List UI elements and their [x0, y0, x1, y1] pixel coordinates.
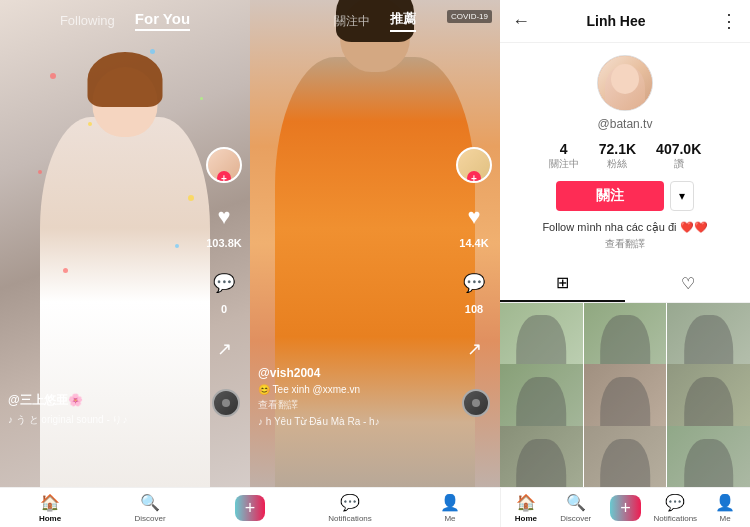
nav-add-left[interactable]: + — [200, 495, 300, 521]
middle-translate[interactable]: 查看翻譯 — [258, 398, 450, 412]
back-button[interactable]: ← — [512, 11, 530, 32]
right-bottom-nav: 🏠 Home 🔍 Discover + 💬 Notifications 👤 Me — [500, 488, 750, 527]
nav-home-left[interactable]: 🏠 Home — [0, 493, 100, 523]
nav-discover-right[interactable]: 🔍 Discover — [551, 493, 601, 523]
comment-icon: 💬 — [206, 265, 242, 301]
left-bottom-info: @三上悠亜🌸 ♪ う と original sound - り♪ — [8, 392, 200, 427]
add-button-left[interactable]: + — [235, 495, 266, 521]
following-tab[interactable]: Following — [60, 13, 115, 28]
left-bottom-nav: 🏠 Home 🔍 Discover + 💬 Notifications 👤 Me — [0, 488, 500, 527]
grid-icon: ⊞ — [556, 273, 569, 292]
middle-comment-count: 108 — [465, 303, 483, 315]
stat-following: 4 關注中 — [549, 141, 579, 171]
nav-add-right[interactable]: + — [601, 495, 651, 521]
like-count: 103.8K — [206, 237, 241, 249]
tab2[interactable]: 推薦 — [390, 10, 416, 32]
profile-bio: Follow mình nha các cậu đi ❤️❤️ 查看翻譯 — [530, 219, 719, 251]
cook-silhouette-8 — [600, 439, 650, 487]
share-action[interactable]: ↗ — [206, 331, 242, 367]
stat-likes: 407.0K 讚 — [656, 141, 701, 171]
follow-btn-row: 關注 ▾ — [556, 181, 694, 211]
bio-translate[interactable]: 查看翻譯 — [542, 236, 707, 251]
profile-handle: @batan.tv — [598, 117, 653, 131]
covid-badge: COVID-19 — [447, 10, 492, 23]
middle-music: ♪ h Yêu Từ Đầu Mà Ra - h♪ — [258, 416, 450, 427]
discover-label-left: Discover — [134, 514, 165, 523]
middle-music-disc — [462, 389, 490, 417]
nav-home-right[interactable]: 🏠 Home — [501, 493, 551, 523]
home-icon-left: 🏠 — [40, 493, 60, 512]
me-icon-left: 👤 — [440, 493, 460, 512]
middle-like[interactable]: ♥ 14.4K — [456, 199, 492, 249]
nav-me-left[interactable]: 👤 Me — [400, 493, 500, 523]
foryou-tab[interactable]: For You — [135, 10, 190, 31]
video-username: @三上悠亜🌸 — [8, 392, 200, 409]
left-top-nav: Following For You — [0, 0, 250, 41]
video-thumb-7[interactable]: 5.3K — [500, 426, 583, 487]
comment-action[interactable]: 💬 0 — [206, 265, 242, 315]
following-label: 關注中 — [549, 157, 579, 171]
heart-tab-icon: ♡ — [681, 274, 695, 293]
add-button-right[interactable]: + — [610, 495, 641, 521]
middle-share[interactable]: ↗ — [456, 331, 492, 367]
bio-text: Follow mình nha các cậu đi ❤️❤️ — [542, 219, 707, 236]
notifications-label-right: Notifications — [654, 514, 698, 523]
main-content: Following For You ♥ 103.8K 💬 0 ↗ — [0, 0, 750, 487]
nav-discover-left[interactable]: 🔍 Discover — [100, 493, 200, 523]
me-label-right: Me — [720, 514, 731, 523]
discover-icon-right: 🔍 — [566, 493, 586, 512]
follow-button[interactable]: 關注 — [556, 181, 664, 211]
followers-count: 72.1K — [599, 141, 636, 157]
share-icon: ↗ — [206, 331, 242, 367]
music-info: ♪ う と original sound - り♪ — [8, 413, 200, 427]
notifications-icon-right: 💬 — [665, 493, 685, 512]
comment-count: 0 — [221, 303, 227, 315]
liked-tab[interactable]: ♡ — [625, 265, 750, 302]
me-icon-right: 👤 — [715, 493, 735, 512]
nav-notifications-right[interactable]: 💬 Notifications — [650, 493, 700, 523]
cook-silhouette-9 — [684, 439, 734, 487]
profile-header: ← Linh Hee ⋮ — [500, 0, 750, 43]
notifications-icon-left: 💬 — [340, 493, 360, 512]
discover-label-right: Discover — [560, 514, 591, 523]
videos-tab[interactable]: ⊞ — [500, 265, 625, 302]
left-person-silhouette — [40, 117, 210, 487]
nav-notifications-left[interactable]: 💬 Notifications — [300, 493, 400, 523]
tab1[interactable]: 關注中 — [334, 13, 370, 30]
followers-label: 粉絲 — [607, 157, 627, 171]
middle-avatar[interactable] — [456, 147, 492, 183]
user-avatar — [206, 147, 242, 183]
avatar-action-item[interactable] — [206, 147, 242, 183]
middle-bottom-info: @vish2004 😊 Tee xinh @xxme.vn 查看翻譯 ♪ h Y… — [258, 366, 450, 427]
middle-right-actions: ♥ 14.4K 💬 108 ↗ — [456, 147, 492, 367]
follow-dropdown-button[interactable]: ▾ — [670, 181, 694, 211]
discover-icon-left: 🔍 — [140, 493, 160, 512]
video-thumb-8[interactable] — [584, 426, 667, 487]
likes-count: 407.0K — [656, 141, 701, 157]
middle-username: @vish2004 — [258, 366, 450, 380]
stat-followers: 72.1K 粉絲 — [599, 141, 636, 171]
profile-info: @batan.tv 4 關注中 72.1K 粉絲 407.0K 讚 關注 — [500, 43, 750, 259]
heart-icon: ♥ — [206, 199, 242, 235]
middle-comment-icon: 💬 — [456, 265, 492, 301]
profile-avatar — [597, 55, 653, 111]
home-label-right: Home — [515, 514, 537, 523]
middle-user-avatar — [456, 147, 492, 183]
bottom-nav-wrapper: 🏠 Home 🔍 Discover + 💬 Notifications 👤 Me… — [0, 487, 750, 527]
video-thumb-9[interactable] — [667, 426, 750, 487]
middle-like-count: 14.4K — [459, 237, 488, 249]
like-action[interactable]: ♥ 103.8K — [206, 199, 242, 249]
following-count: 4 — [560, 141, 568, 157]
middle-comment[interactable]: 💬 108 — [456, 265, 492, 315]
music-disc — [212, 389, 240, 417]
nav-me-right[interactable]: 👤 Me — [700, 493, 750, 523]
me-label-left: Me — [444, 514, 455, 523]
cook-silhouette-7 — [517, 439, 567, 487]
content-tabs: ⊞ ♡ — [500, 265, 750, 303]
profile-stats: 4 關注中 72.1K 粉絲 407.0K 讚 — [549, 141, 702, 171]
middle-comment-text: 😊 Tee xinh @xxme.vn — [258, 384, 450, 395]
middle-heart-icon: ♥ — [456, 199, 492, 235]
middle-share-icon: ↗ — [456, 331, 492, 367]
left-right-actions: ♥ 103.8K 💬 0 ↗ — [206, 147, 242, 367]
more-button[interactable]: ⋮ — [720, 10, 738, 32]
